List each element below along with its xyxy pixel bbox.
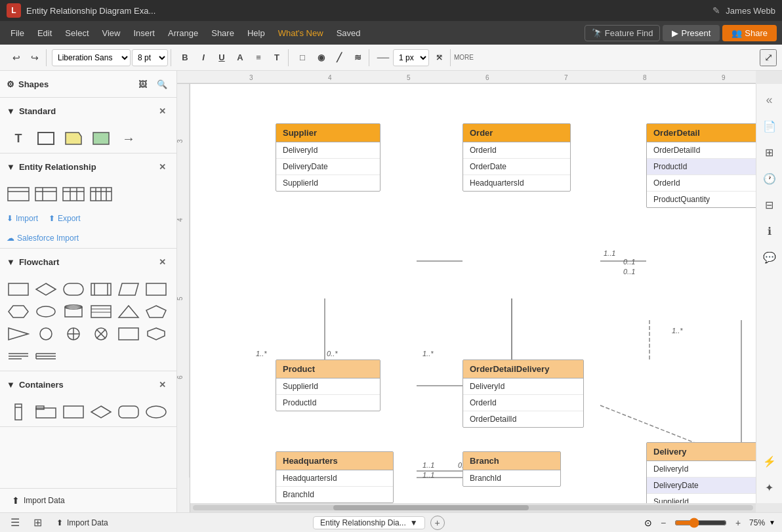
cont-shape-4[interactable]	[89, 403, 113, 421]
collapse-panel-btn[interactable]: «	[759, 89, 780, 110]
fc-rect2[interactable]	[144, 280, 168, 298]
entity-order-detail-delivery[interactable]: OrderDetailDelivery DeliveryId OrderId O…	[463, 359, 584, 428]
fc-triangle2[interactable]	[7, 325, 30, 343]
fc-note[interactable]	[89, 302, 113, 321]
italic-button[interactable]: I	[195, 49, 212, 66]
pages-btn[interactable]: 📄	[759, 115, 780, 136]
fc-cross[interactable]	[62, 325, 85, 343]
more-button[interactable]: MORE	[453, 49, 474, 66]
entity-delivery[interactable]: Delivery DeliveryId DeliveryDate Supplie…	[646, 442, 756, 503]
salesforce-import-button[interactable]: ☁ Salesforce Import	[7, 234, 79, 243]
info-btn[interactable]: ℹ	[759, 220, 780, 241]
h-scroll-thumb[interactable]	[333, 505, 529, 510]
er-shape-2[interactable]	[34, 185, 58, 203]
canvas-area[interactable]: 3 4 5 6 7 8 9 3 4 5 6	[177, 71, 782, 512]
rect-shape[interactable]	[34, 129, 58, 148]
menu-saved[interactable]: Saved	[331, 26, 366, 41]
menu-edit[interactable]: Edit	[32, 26, 57, 41]
align-button[interactable]: ≡	[250, 49, 267, 66]
entity-rel-header[interactable]: ▼ Entity Relationship ✕	[0, 153, 176, 180]
zoom-dropdown-icon[interactable]: ▼	[769, 519, 775, 526]
bold-button[interactable]: B	[176, 49, 194, 66]
er-shape-1[interactable]	[7, 185, 30, 203]
present-button[interactable]: ▶ Present	[663, 25, 720, 41]
menu-share[interactable]: Share	[206, 26, 239, 41]
flowchart-close-icon[interactable]: ✕	[154, 254, 170, 270]
fc-parallelogram[interactable]	[117, 280, 140, 298]
fill-button[interactable]: □	[294, 49, 311, 66]
entity-headquarters[interactable]: Headquarters HeadquartersId BranchId	[276, 451, 394, 503]
menu-select[interactable]: Select	[60, 26, 94, 41]
fc-lines2[interactable]	[34, 347, 58, 365]
font-color-button[interactable]: A	[232, 49, 249, 66]
note-shape[interactable]	[62, 129, 85, 148]
line-style-button[interactable]: ──	[375, 49, 392, 66]
text-style-button[interactable]: T	[268, 49, 285, 66]
canvas-white[interactable]: 1..1 0..1 0..1 1..* 0..* 1..* 1..* 1..* …	[190, 84, 756, 503]
sidebar-image-icon[interactable]: 🖼	[134, 76, 150, 92]
arrow-shape[interactable]: →	[117, 129, 140, 148]
cont-shape-1[interactable]	[7, 403, 30, 421]
fc-rounded[interactable]	[62, 280, 85, 298]
entity-order-detail[interactable]: OrderDetail OrderDetailId ProductId Orde…	[646, 123, 756, 208]
line-width-select[interactable]: 1 px	[393, 49, 429, 66]
layers-btn[interactable]: ⊟	[759, 194, 780, 215]
list-view-button[interactable]: ☰	[7, 514, 24, 531]
fc-rect3[interactable]	[117, 325, 140, 343]
entity-rel-close-icon[interactable]: ✕	[154, 159, 170, 174]
bottom-import-data-button[interactable]: ⬆ Import Data	[51, 516, 113, 530]
fc-x-circle[interactable]	[89, 325, 113, 343]
feature-find-button[interactable]: 🔭 Feature Find	[585, 25, 661, 41]
fc-lines1[interactable]	[7, 347, 30, 365]
fc-process[interactable]	[89, 280, 113, 298]
share-button[interactable]: 👥 Share	[722, 25, 777, 41]
entity-product[interactable]: Product SupplierId ProductId	[276, 359, 381, 411]
text-shape[interactable]: T	[7, 129, 30, 148]
standard-close-icon[interactable]: ✕	[154, 103, 170, 119]
menu-help[interactable]: Help	[242, 26, 270, 41]
font-size-select[interactable]: 8 pt	[132, 49, 168, 66]
standard-header[interactable]: ▼ Standard ✕	[0, 98, 176, 124]
fc-cloud[interactable]	[34, 302, 58, 321]
fc-shield[interactable]	[144, 325, 168, 343]
er-shape-3[interactable]	[62, 185, 85, 203]
chat-btn[interactable]: 💬	[759, 247, 780, 268]
line-color-button[interactable]: ╱	[331, 49, 348, 66]
containers-header[interactable]: ▼ Containers ✕	[0, 371, 176, 398]
flowchart-header[interactable]: ▼ Flowchart ✕	[0, 249, 176, 275]
fill-color-button[interactable]: ◉	[312, 49, 329, 66]
h-scrollbar[interactable]	[190, 503, 756, 512]
zoom-home-icon[interactable]: ⊙	[644, 518, 652, 528]
edit-title-icon[interactable]: ✎	[712, 5, 720, 16]
colored-rect-shape[interactable]	[89, 129, 113, 148]
font-family-select[interactable]: Liberation Sans	[52, 49, 131, 66]
fc-diamond[interactable]	[34, 280, 58, 298]
fc-circle[interactable]	[34, 325, 58, 343]
menu-insert[interactable]: Insert	[128, 26, 160, 41]
fc-pentagon[interactable]	[144, 302, 168, 321]
page-tab[interactable]: Entity Relationship Dia... ▼	[313, 516, 425, 529]
shapes-header[interactable]: ⚙ Shapes 🖼 🔍	[0, 71, 176, 97]
fc-triangle[interactable]	[117, 302, 140, 321]
grid-btn[interactable]: ⊞	[759, 142, 780, 163]
waypoint-button[interactable]: ⤧	[430, 49, 447, 66]
cont-shape-6[interactable]	[144, 403, 168, 421]
undo-button[interactable]: ↩	[8, 49, 25, 66]
redo-button[interactable]: ↪	[26, 49, 43, 66]
zoom-out-button[interactable]: −	[656, 516, 670, 530]
clock-btn[interactable]: 🕐	[759, 168, 780, 189]
fc-cylinder[interactable]	[62, 302, 85, 321]
menu-file[interactable]: File	[5, 26, 30, 41]
er-shape-4[interactable]	[89, 185, 113, 203]
style-button[interactable]: ≋	[349, 49, 366, 66]
menu-whats-new[interactable]: What's New	[273, 26, 329, 41]
fc-hexagon[interactable]	[7, 302, 30, 321]
zoom-in-button[interactable]: +	[731, 516, 745, 530]
entity-branch[interactable]: Branch BranchId	[463, 451, 561, 487]
cont-shape-2[interactable]	[34, 403, 58, 421]
menu-arrange[interactable]: Arrange	[163, 26, 203, 41]
export-button[interactable]: ⬆ Export	[49, 214, 81, 223]
cont-shape-3[interactable]	[62, 403, 85, 421]
entity-order[interactable]: Order OrderId OrderDate HeadquartersId	[463, 123, 571, 192]
sidebar-search-icon[interactable]: 🔍	[154, 76, 170, 92]
